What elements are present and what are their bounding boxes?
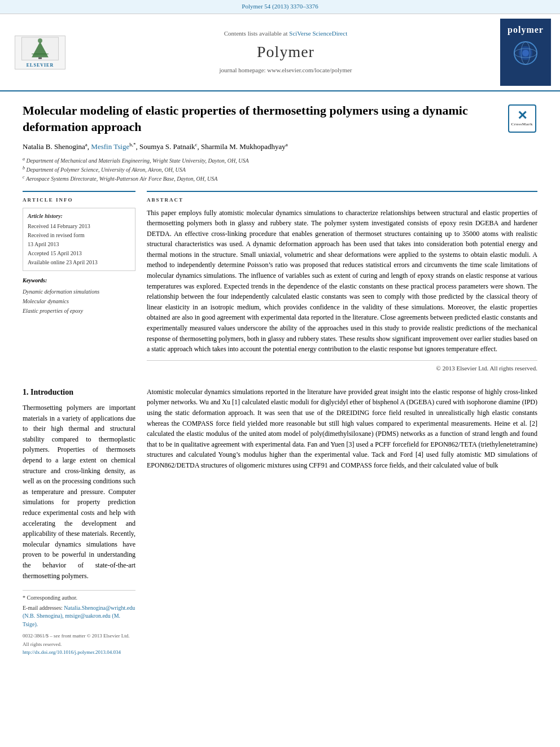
intro-left-paragraph: Thermosetting polymers are important mat… bbox=[23, 403, 135, 581]
abstract-column: ABSTRACT This paper employs fully atomis… bbox=[147, 191, 537, 373]
article-info-heading: ARTICLE INFO bbox=[23, 196, 135, 204]
svg-point-2 bbox=[38, 38, 42, 42]
journal-citation: Polymer 54 (2013) 3370–3376 bbox=[242, 3, 318, 10]
corresponding-author: * Corresponding author. bbox=[23, 594, 135, 602]
polymer-logo-image bbox=[506, 36, 545, 81]
elsevier-logo-svg bbox=[20, 36, 60, 61]
elsevier-logo: ELSEVIER bbox=[15, 36, 65, 69]
keywords-label: Keywords: bbox=[23, 277, 135, 285]
keyword-3: Elastic properties of epoxy bbox=[23, 308, 83, 314]
affiliation-b: b Department of Polymer Science, Univers… bbox=[23, 167, 186, 173]
abstract-heading: ABSTRACT bbox=[147, 196, 537, 204]
issn-line: 0032-3861/$ – see front matter © 2013 El… bbox=[23, 632, 135, 656]
affiliation-c: c Aerospace Systems Directorate, Wright-… bbox=[23, 176, 217, 182]
intro-left-column: 1. Introduction Thermosetting polymers a… bbox=[23, 387, 135, 657]
article-info-abstract-section: ARTICLE INFO Article history: Received 1… bbox=[23, 191, 537, 373]
email-line: E-mail addresses: Natalia.Shenogina@wrig… bbox=[23, 604, 135, 629]
article-history-box: Article history: Received 14 February 20… bbox=[23, 208, 135, 271]
elsevier-logo-section: ELSEVIER bbox=[9, 19, 71, 86]
doi-link[interactable]: http://dx.doi.org/10.1016/j.polymer.2013… bbox=[23, 649, 121, 655]
crossmark-logo: ✕ CrossMark bbox=[508, 104, 536, 133]
corresponding-label: * Corresponding author. bbox=[23, 595, 77, 601]
issn-text: 0032-3861/$ – see front matter © 2013 El… bbox=[23, 633, 130, 646]
accepted-date: Accepted 15 April 2013 bbox=[28, 250, 82, 256]
polymer-logo-section: polymer bbox=[500, 19, 551, 86]
keyword-1: Dynamic deformation simulations bbox=[23, 289, 99, 295]
section-title: 1. Introduction bbox=[23, 387, 135, 398]
footnote-section: * Corresponding author. E-mail addresses… bbox=[23, 590, 135, 656]
abstract-paragraph: This paper employs fully atomistic molec… bbox=[147, 208, 537, 355]
journal-title: Polymer bbox=[257, 41, 314, 64]
elsevier-brand-text: ELSEVIER bbox=[27, 62, 54, 69]
intro-right-paragraph: Atomistic molecular dynamics simulations… bbox=[147, 387, 537, 471]
journal-center-info: Contents lists available at SciVerse Sci… bbox=[80, 19, 491, 86]
journal-header: ELSEVIER Contents lists available at Sci… bbox=[0, 14, 560, 91]
keywords-section: Keywords: Dynamic deformation simulation… bbox=[23, 277, 135, 316]
journal-homepage: journal homepage: www.elsevier.com/locat… bbox=[219, 66, 352, 75]
svg-rect-3 bbox=[38, 57, 42, 59]
email-label: E-mail addresses: bbox=[23, 605, 63, 611]
abstract-text: This paper employs fully atomistic molec… bbox=[147, 208, 537, 355]
history-label: Article history: bbox=[28, 212, 130, 221]
keyword-2: Molecular dynamics bbox=[23, 298, 69, 304]
affiliations: a Department of Mechanical and Materials… bbox=[23, 155, 537, 183]
intro-right-text: Atomistic molecular dynamics simulations… bbox=[147, 387, 537, 471]
revised-date: 13 April 2013 bbox=[28, 241, 59, 247]
polymer-badge: polymer bbox=[508, 23, 544, 36]
section-number: 1. bbox=[23, 388, 29, 396]
authors-text: Natalia B. Shenoginaa, Mesfin Tsigeb,*, … bbox=[23, 142, 288, 151]
contents-line: Contents lists available at SciVerse Sci… bbox=[224, 29, 347, 38]
keywords-list: Dynamic deformation simulations Molecula… bbox=[23, 287, 135, 316]
received-revised-label: Received in revised form bbox=[28, 232, 85, 238]
authors-line: Natalia B. Shenoginaa, Mesfin Tsigeb,*, … bbox=[23, 141, 537, 152]
article-title-container: Molecular modeling of elastic properties… bbox=[23, 103, 537, 135]
intro-right-column: Atomistic molecular dynamics simulations… bbox=[147, 387, 537, 657]
copyright-line: © 2013 Elsevier Ltd. All rights reserved… bbox=[147, 360, 537, 373]
introduction-section: 1. Introduction Thermosetting polymers a… bbox=[23, 387, 537, 657]
contents-text: Contents lists available at bbox=[224, 30, 288, 37]
article-title-text: Molecular modeling of elastic properties… bbox=[23, 103, 468, 134]
author-tsige[interactable]: Mesfin Tsige bbox=[91, 142, 129, 151]
crossmark-badge[interactable]: ✕ CrossMark bbox=[506, 103, 537, 134]
crossmark-text: CrossMark bbox=[511, 122, 533, 127]
sciverse-link[interactable]: SciVerse ScienceDirect bbox=[289, 30, 347, 37]
affiliation-a: a Department of Mechanical and Materials… bbox=[23, 158, 249, 164]
received-date: Received 14 February 2013 bbox=[28, 223, 90, 229]
journal-citation-bar: Polymer 54 (2013) 3370–3376 bbox=[0, 0, 560, 14]
article-info-column: ARTICLE INFO Article history: Received 1… bbox=[23, 191, 135, 373]
intro-left-text: Thermosetting polymers are important mat… bbox=[23, 403, 135, 581]
article-body: Molecular modeling of elastic properties… bbox=[0, 91, 560, 667]
online-date: Available online 23 April 2013 bbox=[28, 259, 98, 265]
section-name: Introduction bbox=[30, 388, 73, 396]
svg-point-8 bbox=[522, 50, 529, 56]
crossmark-cross-icon: ✕ bbox=[517, 110, 527, 122]
